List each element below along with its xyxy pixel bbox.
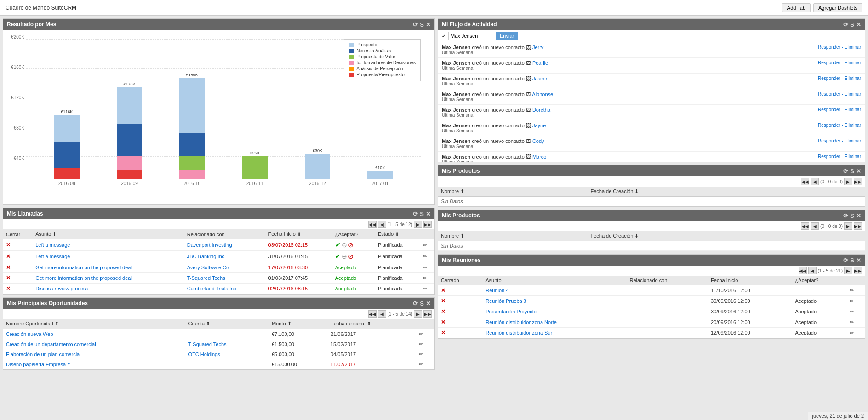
asunto-link[interactable]: Reunión 4 [485,288,508,293]
contact-link[interactable]: Pearlie [532,60,548,66]
activity-user-input[interactable] [448,32,494,40]
last-page-btn[interactable]: ▶▶ [423,310,432,318]
relacionado-link[interactable]: JBC Banking Inc [187,254,224,259]
refresh-icon[interactable]: ⟳ [413,301,418,306]
close-button[interactable]: ✕ [6,285,11,292]
settings-icon[interactable]: S [850,213,854,219]
minus-icon[interactable]: ⊖ [342,253,347,260]
last-page-btn[interactable]: ▶▶ [854,178,862,185]
activity-actions[interactable]: Responder - Eliminar [818,107,861,112]
first-page-btn[interactable]: ◀◀ [368,310,377,318]
edit-icon[interactable]: ✏ [419,351,423,357]
next-page-btn[interactable]: ▶ [844,267,852,274]
nombre-link[interactable]: Elaboración de un plan comercial [6,352,81,357]
close-button[interactable]: ✕ [6,264,11,271]
asunto-link[interactable]: Discuss review process [35,286,88,291]
nombre-link[interactable]: Diseño papelería Empresa Y [6,362,70,367]
settings-icon[interactable]: S [420,22,424,28]
activity-actions[interactable]: Responder - Eliminar [818,76,861,81]
edit-icon[interactable]: ✏ [850,288,854,293]
refresh-icon[interactable]: ⟳ [843,22,848,28]
close-icon[interactable]: ✕ [426,211,431,217]
asunto-link[interactable]: Left a message [35,254,70,259]
nombre-link[interactable]: Creación de un departamento comercial [6,341,96,347]
refresh-icon[interactable]: ⟳ [413,211,418,217]
contact-link[interactable]: Jerry [532,45,543,50]
first-page-btn[interactable]: ◀◀ [799,267,807,274]
close-button[interactable]: ✕ [6,242,11,248]
contact-link[interactable]: Jayne [532,123,546,128]
activity-actions[interactable]: Responder - Eliminar [818,154,861,159]
edit-icon[interactable]: ✏ [850,330,854,335]
refresh-icon[interactable]: ⟳ [413,22,418,28]
settings-icon[interactable]: S [850,257,854,263]
asunto-link[interactable]: Get more information on the proposed dea… [35,275,132,281]
edit-icon[interactable]: ✏ [423,286,427,291]
next-page-btn[interactable]: ▶ [844,222,852,230]
edit-icon[interactable]: ✏ [850,319,854,325]
refresh-icon[interactable]: ⟳ [843,257,848,263]
block-icon[interactable]: ⊘ [348,241,354,249]
close-icon[interactable]: ✕ [856,257,861,263]
asunto-link[interactable]: Reunión Prueba 3 [485,298,526,304]
prev-page-btn[interactable]: ◀ [378,310,386,318]
contact-link[interactable]: Doretha [532,107,550,113]
cuenta-link[interactable]: OTC Holdings [188,352,220,357]
check-icon[interactable]: ✔ [335,253,341,260]
refresh-icon[interactable]: ⟳ [843,213,848,219]
asunto-link[interactable]: Left a message [35,242,70,248]
asunto-link[interactable]: Reunión distribuidor zona Sur [485,330,552,335]
asunto-link[interactable]: Presentación Proyecto [485,309,537,314]
next-page-btn[interactable]: ▶ [414,221,422,228]
close-icon[interactable]: ✕ [856,22,861,28]
prev-page-btn[interactable]: ◀ [811,222,819,230]
activity-actions[interactable]: Responder - Eliminar [818,91,861,96]
close-button[interactable]: ✕ [441,287,445,294]
close-icon[interactable]: ✕ [426,301,431,306]
relacionado-link[interactable]: Avery Software Co [187,265,229,270]
next-page-btn[interactable]: ▶ [414,310,422,318]
edit-icon[interactable]: ✏ [419,331,423,336]
contact-link[interactable]: Jasmin [532,76,548,81]
prev-page-btn[interactable]: ◀ [808,267,817,274]
close-icon[interactable]: ✕ [856,168,861,174]
add-tab-button[interactable]: Add Tab [782,3,811,12]
contact-link[interactable]: Alphonse [532,91,553,97]
edit-icon[interactable]: ✏ [419,341,423,346]
cuenta-link[interactable]: T-Squared Techs [188,341,227,347]
last-page-btn[interactable]: ▶▶ [423,221,432,228]
close-button[interactable]: ✕ [6,275,11,281]
close-button[interactable]: ✕ [6,253,11,260]
edit-icon[interactable]: ✏ [850,309,854,314]
close-button[interactable]: ✕ [441,319,445,325]
close-button[interactable]: ✕ [441,298,445,304]
edit-icon[interactable]: ✏ [423,265,427,270]
asunto-link[interactable]: Reunión distribuidor zona Norte [485,319,557,325]
settings-icon[interactable]: S [850,168,854,174]
settings-icon[interactable]: S [420,211,424,217]
first-page-btn[interactable]: ◀◀ [368,221,377,228]
check-icon[interactable]: ✔ [335,241,341,249]
activity-actions[interactable]: Responder - Eliminar [818,123,861,128]
last-page-btn[interactable]: ▶▶ [854,267,862,274]
close-button[interactable]: ✕ [441,308,445,315]
block-icon[interactable]: ⊘ [348,253,354,260]
edit-icon[interactable]: ✏ [850,298,854,304]
edit-icon[interactable]: ✏ [423,242,427,248]
activity-actions[interactable]: Responder - Eliminar [818,138,861,143]
first-page-btn[interactable]: ◀◀ [801,222,809,230]
send-button[interactable]: Enviar [496,32,518,40]
next-page-btn[interactable]: ▶ [844,178,852,185]
refresh-icon[interactable]: ⟳ [843,168,848,174]
close-icon[interactable]: ✕ [426,22,431,28]
close-icon[interactable]: ✕ [856,213,861,219]
relacionado-link[interactable]: T-Squared Techs [187,275,225,281]
edit-icon[interactable]: ✏ [419,361,423,367]
activity-actions[interactable]: Responder - Eliminar [818,45,861,50]
settings-icon[interactable]: S [850,22,854,28]
last-page-btn[interactable]: ▶▶ [854,222,862,230]
close-button[interactable]: ✕ [441,329,445,336]
minus-icon[interactable]: ⊖ [342,241,347,249]
contact-link[interactable]: Cody [532,138,544,144]
activity-actions[interactable]: Responder - Eliminar [818,60,861,65]
